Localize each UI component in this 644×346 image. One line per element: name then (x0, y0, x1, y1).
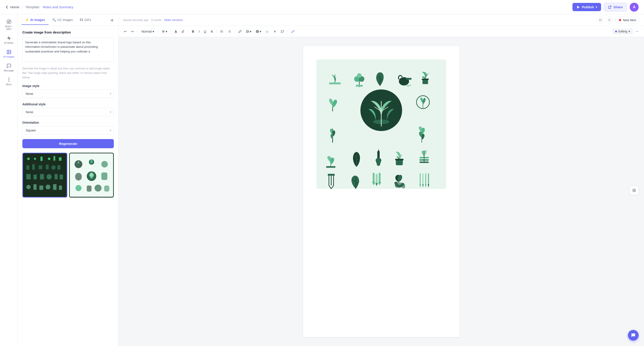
template-name[interactable]: Notes and Summary (43, 5, 73, 9)
image-chevron-icon: ▾ (250, 30, 251, 33)
ai-images-panel: ⚡ AI images 🔍 CC images 🎞 GIFs ◀ Create … (18, 14, 118, 346)
svg-rect-69 (329, 83, 341, 84)
generated-image[interactable] (316, 59, 446, 189)
collab-icons (597, 16, 613, 24)
chat-bubble-button[interactable] (628, 330, 639, 341)
prompt-wrapper (22, 37, 114, 63)
underline-button[interactable]: U (202, 28, 208, 35)
panel-collapse-button[interactable]: ◀ (108, 16, 115, 24)
new-item-button[interactable]: New Item (616, 17, 640, 23)
regenerate-button[interactable]: Regenerate (22, 139, 114, 148)
text-style-label: Normal (142, 30, 152, 33)
pencil-button[interactable] (290, 28, 296, 34)
panel-section-title: Create image from description (22, 30, 114, 34)
add-block-button[interactable] (630, 186, 639, 195)
link-button[interactable] (236, 28, 243, 34)
publish-chevron-icon: ▾ (596, 5, 597, 9)
sidebar-item-ai-writer[interactable]: AI Writer (1, 33, 17, 46)
collab-settings-icon[interactable] (606, 16, 613, 24)
align-chevron-icon: ▾ (166, 30, 167, 33)
svg-rect-61 (256, 30, 258, 33)
search-tab-icon: 🔍 (52, 18, 56, 22)
highlight-button[interactable] (180, 28, 186, 34)
lightning-tab-icon: ⚡ (25, 18, 29, 22)
svg-rect-36 (101, 173, 107, 180)
svg-rect-38 (86, 185, 91, 191)
italic-button[interactable]: I (197, 28, 201, 35)
icon-sidebar: Brief + SEO AI Writer AI Images (0, 14, 18, 346)
comment-button[interactable] (279, 28, 286, 34)
chat-icon (6, 63, 12, 68)
emoji-button[interactable]: ☺ (264, 28, 270, 35)
svg-rect-85 (422, 79, 429, 80)
tab-cc-images[interactable]: 🔍 CC images (48, 15, 76, 25)
main-layout: Brief + SEO AI Writer AI Images (0, 14, 644, 346)
collab-users-icon[interactable] (597, 16, 604, 24)
svg-rect-129 (633, 191, 634, 192)
save-status: Saved seconds ago (123, 18, 148, 22)
toolbar-sep-6 (234, 29, 235, 34)
sidebar-item-more[interactable]: More (1, 75, 17, 88)
panel-content: Create image from description Describe t… (18, 26, 118, 346)
prompt-textarea[interactable] (22, 37, 114, 62)
image-thumb-2[interactable] (69, 153, 114, 197)
ordered-list-button[interactable]: 1 2 3 (226, 28, 233, 34)
svg-rect-20 (40, 174, 44, 179)
svg-rect-13 (32, 164, 35, 170)
additional-style-select[interactable]: None Vintage Modern Minimalist (22, 108, 114, 116)
sidebar-item-message[interactable]: Message (1, 61, 17, 74)
svg-rect-17 (58, 165, 60, 170)
svg-rect-11 (59, 157, 62, 161)
tab-ai-images[interactable]: ⚡ AI images (22, 15, 48, 25)
image-thumb-1[interactable] (22, 153, 67, 197)
clear-format-button[interactable] (272, 28, 278, 34)
bold-button[interactable]: B (190, 28, 196, 35)
orientation-select[interactable]: Square Portrait Landscape (22, 126, 114, 135)
svg-rect-19 (34, 174, 37, 179)
svg-rect-120 (376, 174, 378, 184)
image-style-select[interactable]: None Realistic Illustration Cartoon Abst… (22, 90, 114, 98)
editor-canvas[interactable] (118, 37, 644, 346)
sidebar-item-ai-images[interactable]: AI Images (1, 47, 17, 60)
strikethrough-button[interactable]: S (209, 28, 214, 35)
svg-point-60 (247, 31, 247, 31)
svg-point-51 (220, 31, 221, 31)
svg-rect-128 (634, 191, 636, 192)
editing-mode-badge[interactable]: Editing ▾ (612, 28, 633, 34)
sidebar-label-brief-seo: Brief + SEO (3, 25, 15, 30)
tab-gifs[interactable]: 🎞 GIFs (76, 15, 94, 25)
svg-rect-15 (46, 165, 49, 170)
redo-button[interactable]: ↪ (129, 28, 136, 35)
table-button[interactable]: ▾ (254, 28, 263, 35)
svg-rect-113 (328, 174, 335, 176)
align-button[interactable]: ▾ (160, 28, 169, 35)
text-color-button[interactable]: A (173, 28, 179, 35)
text-style-select[interactable]: Normal ▾ (139, 28, 156, 35)
svg-rect-25 (34, 184, 37, 190)
svg-rect-23 (60, 174, 63, 179)
home-link[interactable]: Home (5, 5, 19, 9)
word-count: 0 words (151, 18, 162, 22)
svg-point-21 (46, 174, 52, 179)
svg-rect-28 (53, 184, 56, 190)
svg-point-74 (357, 73, 362, 78)
image-insert-button[interactable]: ▾ (244, 28, 253, 35)
new-item-label: New Item (623, 18, 636, 22)
more-options-button[interactable]: ⋯ (634, 28, 640, 35)
svg-rect-75 (356, 85, 363, 87)
toolbar-sep-1 (137, 29, 138, 34)
content-area: Saved seconds ago 0 words Older versions (118, 14, 644, 346)
svg-rect-119 (373, 173, 374, 183)
sidebar-item-brief-seo[interactable]: Brief + SEO (1, 17, 17, 33)
toolbar-sep-3 (171, 29, 171, 34)
avatar[interactable]: A (630, 3, 639, 11)
compass-icon (6, 19, 12, 24)
svg-point-9 (48, 157, 50, 160)
undo-button[interactable]: ↩ (122, 28, 128, 35)
publish-button[interactable]: Publish ▾ (572, 3, 601, 11)
bullet-list-button[interactable] (218, 28, 225, 34)
svg-point-16 (51, 165, 56, 170)
content-toolbar: Saved seconds ago 0 words Older versions (118, 14, 644, 26)
older-versions-link[interactable]: Older versions (164, 18, 183, 22)
share-button[interactable]: Share (604, 3, 627, 11)
